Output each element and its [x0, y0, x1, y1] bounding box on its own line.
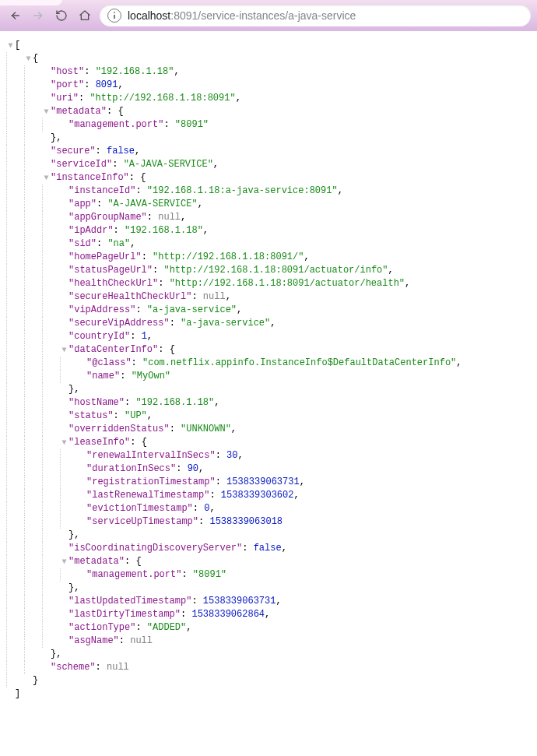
json-key: "@class" — [86, 357, 132, 368]
collapse-toggle-icon[interactable]: ▼ — [6, 39, 15, 52]
json-line: ▼}, — [6, 582, 531, 595]
json-value: "A-JAVA-SERVICE" — [124, 159, 213, 170]
forward-button[interactable] — [30, 7, 47, 24]
json-value: "http://192.168.1.18:8091" — [90, 93, 235, 104]
json-key: "homePageUrl" — [68, 251, 142, 262]
back-button[interactable] — [6, 7, 23, 24]
json-line: ▼"hostName": "192.168.1.18", — [6, 396, 531, 410]
json-key: "hostName" — [68, 397, 125, 408]
json-key: "instanceId" — [68, 185, 135, 196]
json-line: ▼"asgName": null — [6, 635, 531, 648]
json-line: ▼"overriddenStatus": "UNKNOWN", — [6, 423, 531, 436]
collapse-toggle-icon[interactable]: ▼ — [60, 436, 68, 449]
json-line: ▼"port": 8091, — [6, 79, 531, 92]
json-key: "uri" — [51, 93, 79, 104]
json-key: "ipAddr" — [68, 225, 114, 236]
json-line: ▼"statusPageUrl": "http://192.168.1.18:8… — [6, 264, 531, 277]
browser-toolbar: localhost:8091/service-instances/a-java-… — [0, 0, 537, 31]
json-key: "appGroupName" — [68, 212, 147, 223]
collapse-toggle-icon[interactable]: ▼ — [42, 105, 51, 118]
json-key: "sid" — [68, 238, 97, 249]
json-value: 90 — [188, 463, 198, 474]
json-line: ▼"homePageUrl": "http://192.168.1.18:809… — [6, 251, 531, 264]
json-key: "leaseInfo" — [68, 437, 130, 448]
json-value: "http://192.168.1.18:8091/actuator/info" — [163, 265, 388, 276]
json-value: "http://192.168.1.18:8091/actuator/healt… — [170, 278, 405, 289]
json-value: "8091" — [175, 119, 209, 130]
json-value: { — [170, 344, 175, 355]
json-key: "renewalIntervalInSecs" — [86, 450, 216, 461]
json-value: null — [130, 635, 153, 646]
json-line: ▼"serviceId": "A-JAVA-SERVICE", — [6, 158, 531, 171]
json-line: ▼"ipAddr": "192.168.1.18", — [6, 224, 531, 237]
json-line: ▼"@class": "com.netflix.appinfo.Instance… — [6, 357, 531, 370]
json-line: ▼"host": "192.168.1.18", — [6, 65, 531, 79]
json-key: "actionType" — [68, 622, 135, 633]
json-key: "serviceUpTimestamp" — [86, 516, 198, 527]
json-key: "secure" — [51, 146, 96, 156]
json-value: "a-java-service" — [147, 304, 237, 315]
json-value: null — [203, 291, 226, 302]
collapse-toggle-icon[interactable]: ▼ — [42, 171, 51, 185]
json-line: ▼"metadata": { — [6, 555, 531, 568]
json-value: 1538339303602 — [221, 490, 294, 501]
json-line: ▼} — [6, 674, 531, 687]
json-line: ▼}, — [6, 529, 531, 542]
json-key: "management.port" — [68, 119, 163, 130]
json-value: "a-java-service" — [181, 318, 270, 329]
json-key: "instanceInfo" — [51, 172, 129, 183]
json-line: ▼"durationInSecs": 90, — [6, 462, 531, 476]
json-line: ▼"secure": false, — [6, 145, 531, 158]
json-punct: ] — [15, 688, 20, 699]
json-line: ▼"serviceUpTimestamp": 1538339063018 — [6, 515, 531, 529]
home-button[interactable] — [76, 7, 93, 24]
json-line: ▼"scheme": null — [6, 661, 531, 674]
json-punct: }, — [51, 132, 61, 143]
json-punct: { — [33, 53, 38, 64]
collapse-toggle-icon[interactable]: ▼ — [60, 555, 68, 568]
json-line: ▼"secureVipAddress": "a-java-service", — [6, 317, 531, 330]
json-value: "UNKNOWN" — [181, 424, 231, 434]
json-value: { — [142, 437, 147, 448]
json-line: ▼"instanceId": "192.168.1.18:a-java-serv… — [6, 185, 531, 198]
collapse-toggle-icon[interactable]: ▼ — [24, 52, 33, 65]
json-value: null — [158, 212, 181, 223]
json-key: "metadata" — [68, 556, 125, 567]
json-value: { — [140, 172, 146, 183]
json-line: ▼"lastDirtyTimestamp": 1538339062864, — [6, 608, 531, 621]
json-line: ▼"status": "UP", — [6, 410, 531, 423]
json-line: ▼"name": "MyOwn" — [6, 370, 531, 383]
json-value: 1538339063018 — [209, 516, 283, 527]
json-key: "management.port" — [86, 569, 181, 580]
json-line: ▼"dataCenterInfo": { — [6, 343, 531, 357]
json-value: "A-JAVA-SERVICE" — [107, 199, 197, 209]
json-punct: }, — [68, 384, 79, 395]
address-bar[interactable]: localhost:8091/service-instances/a-java-… — [100, 5, 531, 26]
reload-button[interactable] — [53, 7, 70, 24]
json-key: "statusPageUrl" — [68, 265, 153, 276]
json-line: ▼"leaseInfo": { — [6, 436, 531, 449]
json-line: ▼"management.port": "8091" — [6, 568, 531, 582]
json-line: ▼"app": "A-JAVA-SERVICE", — [6, 198, 531, 211]
json-key: "app" — [68, 199, 97, 209]
json-key: "lastUpdatedTimestamp" — [68, 596, 191, 607]
json-line: ▼"registrationTimestamp": 1538339063731, — [6, 476, 531, 489]
json-key: "secureVipAddress" — [68, 318, 170, 329]
json-key: "scheme" — [51, 662, 96, 673]
json-line: ▼}, — [6, 648, 531, 661]
site-info-icon[interactable] — [107, 9, 121, 23]
json-value: 8091 — [96, 79, 118, 90]
url-text: localhost:8091/service-instances/a-java-… — [128, 9, 356, 22]
json-value: "192.168.1.18" — [96, 66, 174, 77]
collapse-toggle-icon[interactable]: ▼ — [60, 343, 68, 357]
json-line: ▼[ — [6, 39, 531, 52]
json-value: "8091" — [193, 569, 226, 580]
json-line: ▼"healthCheckUrl": "http://192.168.1.18:… — [6, 277, 531, 290]
json-punct: } — [33, 675, 38, 686]
json-line: ▼"actionType": "ADDED", — [6, 621, 531, 635]
json-key: "durationInSecs" — [86, 463, 176, 474]
json-line: ▼{ — [6, 52, 531, 65]
json-value: 1 — [142, 331, 147, 342]
json-value: false — [107, 146, 135, 156]
json-line: ▼"secureHealthCheckUrl": null, — [6, 290, 531, 304]
